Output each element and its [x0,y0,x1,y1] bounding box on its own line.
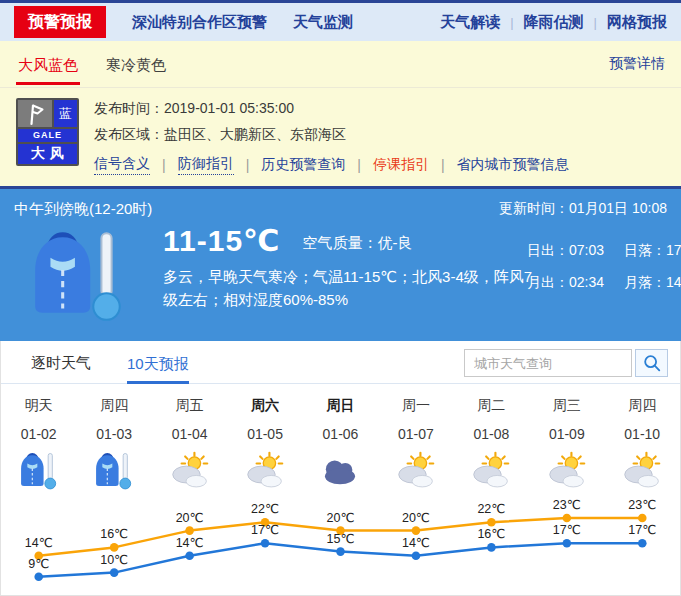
low-temp-point [261,539,270,548]
day-date: 01-09 [529,426,604,443]
search-button[interactable] [635,349,668,377]
cold-icon [1,450,76,492]
signal-level-badge: 蓝 [54,100,77,127]
low-temp-label: 9℃ [28,557,49,571]
temp-chart: 14℃16℃20℃22℃20℃20℃22℃23℃23℃9℃10℃14℃17℃15… [1,494,680,596]
day-name: 周三 [529,397,604,414]
tab-hourly-weather[interactable]: 逐时天气 [31,354,91,383]
moonrise-value: 02:34 [569,274,604,290]
alert-link[interactable]: 信号含义 [94,155,150,175]
temperature-range: 11-15℃ [163,223,280,258]
high-temp-point [185,526,194,535]
high-temp-label: 14℃ [25,536,53,550]
low-temp-label: 17℃ [553,523,581,537]
cold-icon [76,450,151,492]
high-temp-label: 20℃ [402,511,430,525]
low-temp-label: 15℃ [327,532,355,546]
low-temp-label: 14℃ [176,536,204,550]
low-temp-point [110,568,119,577]
day-name: 周四 [76,397,151,414]
day-date: 01-06 [303,426,378,443]
forecast-day[interactable]: 周四01-03 [76,384,151,492]
alert-link[interactable]: 省内城市预警信息 [457,156,569,174]
high-temp-point [638,514,647,523]
publish-time-label: 发布时间： [94,100,164,116]
nav-weather-monitoring[interactable]: 天气监测 [293,13,353,32]
day-date: 01-03 [76,426,151,443]
current-weather-main: 11-15℃ 空气质量：优-良 多云，早晚天气寒冷；气温11-15℃；北风3-4… [163,223,543,312]
low-temp-point [563,539,572,548]
low-temp-point [487,543,496,552]
forecast-day[interactable]: 周四01-10 [605,384,680,492]
warning-tabs-row: 大风蓝色 寒冷黄色 预警详情 [0,41,681,88]
flag-icon [18,100,52,127]
day-name: 周六 [227,397,302,414]
overcast-icon [303,450,378,492]
sunset-label: 日落： [624,242,666,258]
day-name: 周二 [454,397,529,414]
alert-link[interactable]: 防御指引 [178,155,234,175]
partly-cloudy-icon [529,450,604,492]
day-date: 01-05 [227,426,302,443]
tab-10day-forecast[interactable]: 10天预报 [127,355,189,384]
top-nav-right: 天气解读 | 降雨估测 | 网格预报 [440,13,667,32]
high-temp-label: 16℃ [100,527,128,541]
high-temp-label: 23℃ [628,498,656,512]
forecast-day[interactable]: 周三01-09 [529,384,604,492]
forecast-day[interactable]: 周六01-05 [227,384,302,492]
high-temp-point [487,518,496,527]
high-temp-point [412,526,421,535]
high-temp-label: 23℃ [553,498,581,512]
forecast-day[interactable]: 明天01-02 [1,384,76,492]
warning-tab-cold-yellow[interactable]: 寒冷黄色 [104,43,168,85]
low-temp-label: 10℃ [100,553,128,567]
alert-link[interactable]: 停课指引 [373,156,429,174]
low-temp-point [34,573,43,582]
nav-rainfall-estimate[interactable]: 降雨估测 [524,13,584,32]
nav-grid-forecast[interactable]: 网格预报 [607,13,667,32]
sunset-value: 17:50 [666,242,681,258]
warning-detail-link[interactable]: 预警详情 [609,55,665,73]
current-weather-section: 中午到傍晚(12-20时) 更新时间：01月01日 10:08 11-15℃ 空… [0,186,681,341]
day-name: 周五 [152,397,227,414]
moonset-value: 14:20 [666,274,681,290]
signal-name-label: 大风 [18,144,77,164]
partly-cloudy-icon [378,450,453,492]
nav-shenshan-warning[interactable]: 深汕特别合作区预警 [132,13,267,32]
nav-weather-interpretation[interactable]: 天气解读 [440,13,500,32]
publish-area-line: 发布区域：盐田区、大鹏新区、东部海区 [94,125,665,143]
low-temp-point [412,552,421,561]
low-temp-point [185,552,194,561]
search-input[interactable] [464,349,632,377]
tab-warning-forecast[interactable]: 预警预报 [14,6,106,38]
weather-description: 多云，早晚天气寒冷；气温11-15℃；北风3-4级，阵风7级左右；相对湿度60%… [163,265,535,312]
high-temp-label: 20℃ [176,511,204,525]
weather-app-page: 预警预报 深汕特别合作区预警 天气监测 天气解读 | 降雨估测 | 网格预报 大… [0,0,681,596]
day-name: 周一 [378,397,453,414]
partly-cloudy-icon [227,450,302,492]
day-name: 周日 [303,397,378,414]
alert-link[interactable]: 历史预警查询 [261,156,345,174]
warning-tab-gale-blue[interactable]: 大风蓝色 [16,43,80,85]
air-quality-value: 优-良 [377,234,412,251]
forecast-day[interactable]: 周二01-08 [454,384,529,492]
partly-cloudy-icon [454,450,529,492]
low-temp-label: 16℃ [477,527,505,541]
update-time-value: 01月01日 10:08 [569,200,667,216]
update-time-label: 更新时间： [499,200,569,216]
day-name: 明天 [1,397,76,414]
sun-moon-times: 日出：07:03 日落：17:50 月出：02:34 月落：14:20 [527,242,681,306]
partly-cloudy-icon [605,450,680,492]
day-name: 周四 [605,397,680,414]
low-temp-point [638,539,647,548]
forecast-day[interactable]: 周日01-06 [303,384,378,492]
forecast-day[interactable]: 周一01-07 [378,384,453,492]
forecast-day[interactable]: 周五01-04 [152,384,227,492]
nav-separator: | [594,15,597,30]
signal-code-label: GALE [18,129,77,142]
gale-blue-signal-icon: 蓝 GALE 大风 [16,98,79,166]
publish-area-value: 盐田区、大鹏新区、东部海区 [164,126,346,142]
day-date: 01-08 [454,426,529,443]
day-date: 01-10 [605,426,680,443]
city-weather-search [464,349,668,377]
